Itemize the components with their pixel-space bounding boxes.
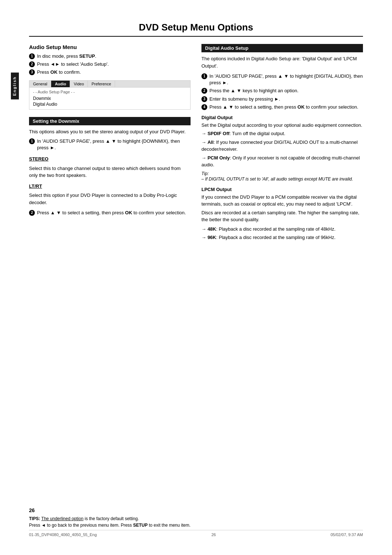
- 48k-bullet: 48K: Playback a disc recorded at the sam…: [201, 226, 363, 233]
- downmix-step-1: 1 In 'AUDIO SETUP PAGE', press ▲ ▼ to hi…: [29, 138, 191, 151]
- pcm-label: PCM Only: [208, 155, 230, 161]
- tab-general: General: [29, 81, 51, 87]
- da-step-4-text: Press ▲ ▼ to select a setting, then pres…: [209, 104, 358, 110]
- 48k-label: 48K: [208, 226, 216, 232]
- footer-left: 01-35_DVP4080_4060_4050_55_Eng: [29, 532, 97, 537]
- page-footer: 26 TIPS: The underlined option is the fa…: [29, 505, 363, 537]
- da-step-3: 3 Enter its submenu by pressing ►.: [201, 96, 363, 102]
- all-label: All: [208, 139, 214, 145]
- digital-audio-intro: The options included in Digital Audio Se…: [201, 55, 363, 69]
- stereo-title: STEREO: [29, 155, 191, 163]
- tips-line-2: Press ◄ to go back to the previous menu …: [29, 523, 363, 528]
- footer-center: 26: [212, 532, 216, 537]
- left-column: Audio Setup Menu 1 In disc mode, press S…: [29, 44, 191, 243]
- da-step-4: 4 Press ▲ ▼ to select a setting, then pr…: [201, 104, 363, 110]
- main-content: Audio Setup Menu 1 In disc mode, press S…: [29, 44, 363, 243]
- digital-audio-heading: Digital Audio Setup: [201, 44, 363, 52]
- da-step-1: 1 In 'AUDIO SETUP PAGE', press ▲ ▼ to hi…: [201, 73, 363, 86]
- 96k-text: : Playback a disc recorded at the sampli…: [216, 235, 335, 240]
- da-step-1-text: In 'AUDIO SETUP PAGE', press ▲ ▼ to high…: [209, 73, 363, 86]
- tips-text2: Press ◄ to go back to the previous menu …: [29, 523, 191, 528]
- right-column: Digital Audio Setup The options included…: [201, 44, 363, 243]
- da-step-num-2: 2: [201, 88, 207, 94]
- step-2-text: Press ◄► to select 'Audio Setup'.: [37, 61, 109, 68]
- menu-item-downmix: Downmix: [33, 96, 187, 101]
- ltrt-text: Select this option if your DVD Player is…: [29, 192, 191, 206]
- ltrt-title: LT/RT: [29, 183, 191, 190]
- digital-audio-steps: 1 In 'AUDIO SETUP PAGE', press ▲ ▼ to hi…: [201, 73, 363, 110]
- tips-line: TIPS: The underlined option is the facto…: [29, 516, 363, 521]
- step-1: 1 In disc mode, press SETUP.: [29, 53, 191, 60]
- downmix-step-num-1: 1: [29, 138, 35, 144]
- da-step-2: 2 Press the ▲ ▼ keys to highlight an opt…: [201, 88, 363, 94]
- downmix-step-num-2: 2: [29, 210, 35, 216]
- da-step-num-4: 4: [201, 104, 207, 110]
- tip-text: – If DIGITAL OUTPUT is set to 'All', all…: [201, 177, 353, 182]
- 48k-text: : Playback a disc recorded at the sampli…: [216, 226, 335, 232]
- digital-audio-section: Digital Audio Setup The options included…: [201, 44, 363, 241]
- downmix-step-2: 2 Press ▲ ▼ to select a setting, then pr…: [29, 210, 191, 216]
- downmix-step-1-text: In 'AUDIO SETUP PAGE', press ▲ ▼ to high…: [37, 138, 191, 151]
- downmix-intro: This options allows you to set the stere…: [29, 128, 191, 135]
- tab-video: Video: [70, 81, 88, 87]
- 96k-label: 96K: [208, 235, 216, 240]
- pcm-bullet: PCM Only: Only if your receiver is not c…: [201, 154, 363, 169]
- ltrt-block: LT/RT Select this option if your DVD Pla…: [29, 183, 191, 206]
- 96k-bullet: 96K: Playback a disc recorded at the sam…: [201, 234, 363, 241]
- tips-label: TIPS:: [29, 516, 40, 521]
- menu-box-body: - - Audio Setup Page - - Downmix Digital…: [29, 88, 190, 109]
- audio-setup-section: Audio Setup Menu 1 In disc mode, press S…: [29, 44, 191, 110]
- spdif-label: SPDIF Off: [208, 131, 230, 136]
- da-step-num-1: 1: [201, 73, 207, 79]
- tips-underline: The underlined option: [41, 516, 83, 521]
- footer-meta: 01-35_DVP4080_4060_4050_55_Eng 26 05/02/…: [29, 530, 363, 537]
- step-2: 2 Press ◄► to select 'Audio Setup'.: [29, 61, 191, 68]
- footer-right: 05/02/07, 9:37 AM: [331, 532, 363, 537]
- lpcm-text2: Discs are recorded at a certain sampling…: [201, 209, 363, 223]
- digital-output-block: Digital Output Set the Digital output ac…: [201, 115, 363, 182]
- downmix-steps: 1 In 'AUDIO SETUP PAGE', press ▲ ▼ to hi…: [29, 138, 191, 151]
- downmix-step2-list: 2 Press ▲ ▼ to select a setting, then pr…: [29, 210, 191, 216]
- spdif-bullet: SPDIF Off: Turn off the digital output.: [201, 130, 363, 137]
- page-title: DVD Setup Menu Options: [29, 22, 363, 37]
- audio-setup-heading: Audio Setup Menu: [29, 44, 191, 50]
- english-tab: English: [11, 73, 19, 100]
- step-num-2: 2: [29, 61, 35, 67]
- tip-label: Tip:: [201, 171, 209, 176]
- step-1-text: In disc mode, press SETUP.: [37, 53, 96, 60]
- da-step-num-3: 3: [201, 96, 207, 102]
- lpcm-intro: If you connect the DVD Player to a PCM c…: [201, 194, 363, 208]
- page-container: English DVD Setup Menu Options Audio Set…: [0, 0, 392, 555]
- downmix-step-2-text: Press ▲ ▼ to select a setting, then pres…: [37, 210, 186, 216]
- menu-box-header: General Audio Video Preference: [29, 81, 190, 88]
- stereo-block: STEREO Select this to change channel out…: [29, 155, 191, 179]
- tips-text1: The underlined option is the factory def…: [41, 516, 139, 521]
- menu-box-subtitle: - - Audio Setup Page - -: [33, 90, 187, 94]
- tab-audio: Audio: [51, 81, 70, 87]
- all-text: : If you have connected your DIGITAL AUD…: [201, 139, 358, 152]
- page-number: 26: [29, 507, 363, 513]
- da-step-3-text: Enter its submenu by pressing ►.: [209, 96, 280, 102]
- all-bullet: All: If you have connected your DIGITAL …: [201, 139, 363, 153]
- lpcm-block: LPCM Output If you connect the DVD Playe…: [201, 187, 363, 241]
- downmix-section: Setting the Downmix This options allows …: [29, 117, 191, 216]
- menu-item-digital-audio: Digital Audio: [33, 101, 187, 107]
- step-num-3: 3: [29, 69, 35, 75]
- digital-output-title: Digital Output: [201, 115, 363, 120]
- menu-box: General Audio Video Preference - - Audio…: [29, 80, 191, 110]
- step-num-1: 1: [29, 53, 35, 59]
- stereo-text: Select this to change channel output to …: [29, 165, 191, 179]
- spdif-text: : Turn off the digital output.: [229, 131, 285, 136]
- step-3-text: Press OK to confirm.: [37, 69, 81, 76]
- step-3: 3 Press OK to confirm.: [29, 69, 191, 76]
- lpcm-title: LPCM Output: [201, 187, 363, 192]
- audio-setup-steps: 1 In disc mode, press SETUP. 2 Press ◄► …: [29, 53, 191, 76]
- downmix-heading: Setting the Downmix: [29, 117, 191, 125]
- da-step-2-text: Press the ▲ ▼ keys to highlight an optio…: [209, 88, 298, 94]
- tip-block: Tip: – If DIGITAL OUTPUT is set to 'All'…: [201, 171, 363, 182]
- digital-output-intro: Set the Digital output according to your…: [201, 122, 363, 129]
- tab-preference: Preference: [88, 81, 115, 87]
